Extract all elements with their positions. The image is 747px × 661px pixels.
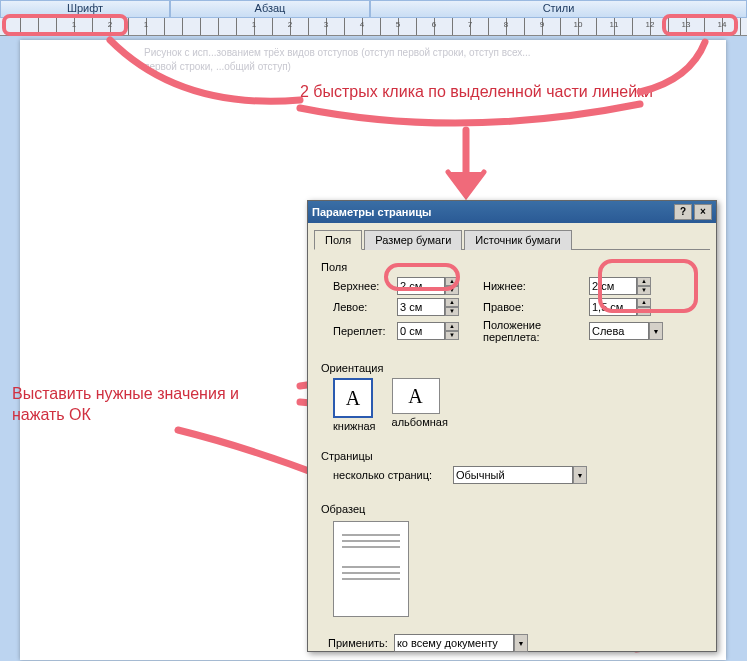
ribbon-paragraph-label: Абзац [170,0,370,18]
spin-up-icon[interactable]: ▲ [445,277,459,286]
label-gutter-position: Положение переплета: [459,319,589,343]
group-orientation: Ориентация A книжная A альбомная [318,357,706,441]
ruler-number: 9 [524,20,560,29]
ruler-number: 2 [92,20,128,29]
label-bottom-margin: Нижнее: [459,280,589,292]
orientation-portrait-icon: A [333,378,373,418]
orientation-landscape[interactable]: A альбомная [392,378,448,432]
dialog-tabs: Поля Размер бумаги Источник бумаги [314,229,710,250]
ruler-number: 7 [452,20,488,29]
ruler-number: 13 [668,20,704,29]
group-pages: Страницы несколько страниц: ▼ [318,445,706,494]
spin-up-icon[interactable]: ▲ [445,298,459,307]
ruler-number: 11 [596,20,632,29]
chevron-down-icon[interactable]: ▼ [514,634,528,652]
input-gutter[interactable]: ▲▼ [397,322,459,340]
horizontal-ruler[interactable]: 1211234567891011121314151617 [0,18,747,36]
ruler-number: 12 [632,20,668,29]
dialog-help-button[interactable]: ? [674,204,692,220]
ruler-number: 1 [128,20,164,29]
group-margins: Поля Верхнее: ▲▼ Нижнее: ▲▼ Левое: ▲▼ [318,256,706,353]
input-right-margin-field[interactable] [589,298,637,316]
combo-gutter-position[interactable]: ▼ [589,322,663,340]
spin-down-icon[interactable]: ▼ [637,286,651,295]
ribbon-font-label: Шрифт [0,0,170,18]
orientation-landscape-label: альбомная [392,416,448,428]
doc-line-1: Рисунок с исп...зованием трёх видов отст… [144,46,531,60]
spin-down-icon[interactable]: ▼ [637,307,651,316]
spin-up-icon[interactable]: ▲ [637,298,651,307]
input-gutter-field[interactable] [397,322,445,340]
group-pages-title: Страницы [321,450,705,462]
label-right-margin: Правое: [459,301,589,313]
label-apply-to: Применить: [328,637,388,649]
document-body-text: Рисунок с исп...зованием трёх видов отст… [144,46,531,74]
ruler-number: 4 [344,20,380,29]
input-bottom-margin-field[interactable] [589,277,637,295]
spin-up-icon[interactable]: ▲ [637,277,651,286]
input-top-margin[interactable]: ▲▼ [397,277,459,295]
orientation-portrait-label: книжная [333,420,376,432]
combo-multi-pages-field[interactable] [453,466,573,484]
spin-down-icon[interactable]: ▼ [445,331,459,340]
group-preview-title: Образец [321,503,705,515]
ruler-number: 10 [560,20,596,29]
spin-down-icon[interactable]: ▼ [445,286,459,295]
input-right-margin[interactable]: ▲▼ [589,298,651,316]
dialog-close-button[interactable]: × [694,204,712,220]
group-margins-title: Поля [321,261,705,273]
orientation-portrait[interactable]: A книжная [333,378,376,432]
orientation-landscape-icon: A [392,378,440,414]
ribbon-group-labels: Шрифт Абзац Стили [0,0,747,18]
dialog-titlebar[interactable]: Параметры страницы ? × [308,201,716,223]
ruler-number: 14 [704,20,740,29]
dialog-title: Параметры страницы [312,206,431,218]
group-preview: Образец [318,498,706,624]
chevron-down-icon[interactable]: ▼ [649,322,663,340]
ruler-number: 8 [488,20,524,29]
chevron-down-icon[interactable]: ▼ [573,466,587,484]
ribbon-styles-label: Стили [370,0,747,18]
combo-apply-to[interactable]: ▼ [394,634,528,652]
ruler-number: 2 [272,20,308,29]
input-left-margin-field[interactable] [397,298,445,316]
tab-paper-source[interactable]: Источник бумаги [464,230,571,250]
ruler-number: 1 [56,20,92,29]
label-multi-pages: несколько страниц: [333,469,453,481]
ruler-number [164,20,200,29]
ruler-number: 3 [308,20,344,29]
input-top-margin-field[interactable] [397,277,445,295]
page-setup-dialog: Параметры страницы ? × Поля Размер бумаг… [307,200,717,652]
ruler-numbers: 1211234567891011121314151617 [20,20,747,29]
combo-gutter-position-field[interactable] [589,322,649,340]
combo-multi-pages[interactable]: ▼ [453,466,587,484]
group-orientation-title: Ориентация [321,362,705,374]
doc-line-2: первой строки, ...общий отступ) [144,60,531,74]
label-gutter: Переплет: [333,325,397,337]
ruler-number: 15 [740,20,747,29]
input-bottom-margin[interactable]: ▲▼ [589,277,651,295]
input-left-margin[interactable]: ▲▼ [397,298,459,316]
preview-thumbnail [333,521,409,617]
ruler-number: 6 [416,20,452,29]
ruler-number [200,20,236,29]
spin-up-icon[interactable]: ▲ [445,322,459,331]
label-left-margin: Левое: [333,301,397,313]
spin-down-icon[interactable]: ▼ [445,307,459,316]
combo-apply-to-field[interactable] [394,634,514,652]
tab-paper-size[interactable]: Размер бумаги [364,230,462,250]
label-top-margin: Верхнее: [333,280,397,292]
tab-margins[interactable]: Поля [314,230,362,250]
ruler-number: 5 [380,20,416,29]
ruler-number: 1 [236,20,272,29]
ruler-number [20,20,56,29]
